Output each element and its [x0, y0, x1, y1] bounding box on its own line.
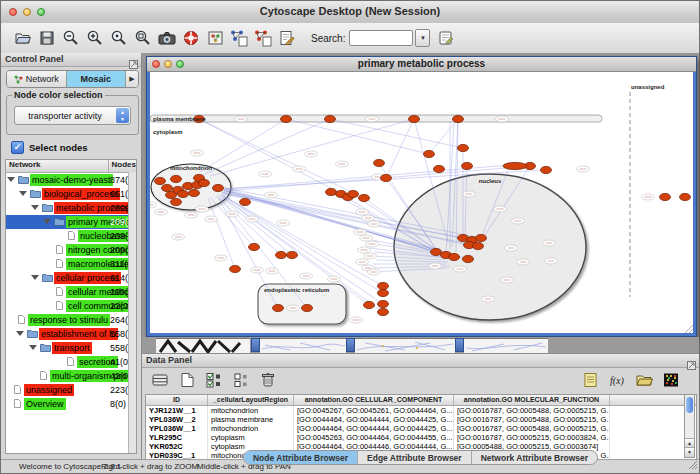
attribute-table-icon[interactable] [150, 370, 170, 390]
tree-column-nodes[interactable]: Nodes [109, 160, 136, 172]
graph-node[interactable] [178, 190, 189, 197]
background-window[interactable] [156, 338, 250, 353]
select-nodes-checkbox[interactable]: ✓ [11, 141, 24, 154]
tree-row[interactable]: mosaic-demo-yeast874(0) [6, 173, 136, 187]
table-cell[interactable]: YLR295C [146, 433, 208, 442]
zoom-out-icon[interactable] [61, 28, 81, 48]
table-cell[interactable]: mitochondrion [208, 406, 294, 415]
table-cell[interactable]: [GO:0045267, GO:0045261, GO:0044464, G..… [294, 406, 454, 415]
graph-node[interactable] [230, 265, 241, 272]
table-row[interactable]: YPL036W__2plasma membrane[GO:0044464, GO… [146, 415, 696, 424]
open-folder-icon[interactable] [13, 28, 33, 48]
graph-node[interactable] [171, 175, 182, 182]
tree-scrollbar[interactable] [128, 172, 136, 453]
graph-node[interactable] [462, 162, 473, 169]
graph-node[interactable] [378, 300, 389, 307]
tab-network[interactable]: Network [7, 71, 67, 87]
graph-node[interactable] [378, 289, 389, 296]
tree-row[interactable]: secretion41(0) [6, 355, 136, 369]
more-tabs-arrow-icon[interactable]: ▶ [126, 71, 138, 87]
graph-node[interactable] [374, 159, 385, 166]
matrix-icon[interactable] [661, 370, 681, 390]
graph-node[interactable] [359, 194, 370, 201]
disclosure-triangle-icon[interactable] [7, 177, 15, 182]
disclosure-triangle-icon[interactable] [31, 205, 39, 210]
tree-row[interactable]: transport558(0) [6, 341, 136, 355]
table-column-header[interactable]: ID [146, 395, 208, 405]
disclosure-triangle-icon[interactable] [19, 191, 27, 196]
graph-node[interactable] [378, 308, 389, 315]
tree-row[interactable]: Overview8(0) [6, 397, 136, 411]
import-folder-icon[interactable] [634, 370, 654, 390]
background-window[interactable] [355, 338, 455, 353]
graph-node[interactable] [364, 301, 375, 308]
table-cell[interactable]: [GO:0044464, GO:0044444, GO:0044425, G..… [294, 415, 454, 424]
tab-mosaic[interactable]: Mosaic [67, 71, 127, 87]
graph-node[interactable] [473, 242, 484, 249]
graph-node[interactable] [166, 191, 177, 198]
graph-node[interactable] [449, 253, 460, 260]
disclosure-triangle-icon[interactable] [29, 345, 37, 350]
graph-node[interactable] [276, 251, 287, 258]
help-ring-icon[interactable] [181, 28, 201, 48]
disclosure-triangle-icon[interactable] [31, 275, 39, 280]
graph-node[interactable] [348, 190, 359, 197]
table-cell[interactable]: [GO:0016787, GO:0005488, GO:0005215, G..… [454, 424, 610, 433]
camera-icon[interactable] [157, 28, 177, 48]
graph-node[interactable] [378, 282, 389, 289]
table-cell[interactable]: [GO:0016787, GO:0005488, GO:0005215, G..… [454, 415, 610, 424]
graph-node[interactable] [162, 184, 173, 191]
tree-row[interactable]: response to stimulu264(0) [6, 313, 136, 327]
table-column-header[interactable]: _cellularLayoutRegion [208, 395, 294, 405]
graph-node[interactable] [660, 193, 671, 200]
node-color-dropdown[interactable]: transporter activity ▲▼ [14, 106, 131, 125]
graph-node[interactable] [458, 144, 469, 151]
tree-row[interactable]: primary metabo209(... [6, 215, 136, 229]
unselect-attributes-icon[interactable] [231, 370, 251, 390]
graph-node[interactable] [249, 243, 260, 250]
graph-node[interactable] [326, 188, 337, 195]
zoom-in-icon[interactable] [85, 28, 105, 48]
tree-column-network[interactable]: Network [6, 160, 109, 172]
table-cell[interactable]: [GO:0016787, GO:0005488, GO:0005215, G..… [454, 406, 610, 415]
background-window-frame[interactable] [346, 338, 355, 352]
background-window[interactable] [260, 338, 346, 353]
disclosure-triangle-icon[interactable] [43, 219, 51, 224]
graph-node[interactable] [273, 304, 284, 311]
graph-node[interactable] [476, 234, 487, 241]
tree-row[interactable]: macromolecule311(0) [6, 257, 136, 271]
graph-node[interactable] [381, 174, 392, 181]
table-column-header[interactable]: annotation.GO CELLULAR_COMPONENT [294, 395, 454, 405]
table-row[interactable]: YJR121W__1mitochondrion[GO:0045267, GO:0… [146, 406, 696, 415]
tree-row[interactable]: cellular metabo209(0) [6, 285, 136, 299]
table-row[interactable]: YLR295Ccytoplasm[GO:0045263, GO:0044464,… [146, 433, 696, 442]
formula-icon[interactable]: f(x) [607, 370, 627, 390]
background-window[interactable] [464, 338, 548, 353]
graph-node[interactable] [453, 115, 464, 122]
tab-node-attribute-browser[interactable]: Node Attribute Browser [244, 451, 358, 464]
table-cell[interactable]: mitochondrion [208, 424, 294, 433]
tree-row[interactable]: biological_process651(0) [6, 187, 136, 201]
layout-red-icon[interactable] [253, 28, 273, 48]
graph-node[interactable] [541, 166, 552, 173]
scrollbar-thumb[interactable] [686, 397, 693, 413]
graph-node[interactable] [325, 115, 336, 122]
graph-node[interactable] [189, 189, 200, 196]
table-cell[interactable]: YPL036W__2 [146, 415, 208, 424]
notepad-icon[interactable] [580, 370, 600, 390]
graph-node[interactable] [155, 177, 166, 184]
network-canvas[interactable]: plasma membranecytoplasmmitochondrionnuc… [150, 72, 693, 333]
graph-node[interactable] [199, 179, 210, 186]
tab-network-attribute-browser[interactable]: Network Attribute Browser [472, 451, 597, 464]
graph-node[interactable] [424, 150, 435, 157]
tree-row[interactable]: cell communicat22(0) [6, 299, 136, 313]
graph-node[interactable] [680, 193, 691, 200]
search-dropdown-arrow-icon[interactable]: ▼ [415, 29, 430, 47]
save-icon[interactable] [37, 28, 57, 48]
table-row[interactable]: YPL036W__1mitochondrion[GO:0044464, GO:0… [146, 424, 696, 433]
graph-node[interactable] [302, 304, 313, 311]
network-window-title-bar[interactable]: primary metabolic process [147, 57, 696, 72]
search-input[interactable] [349, 30, 413, 46]
tree-row[interactable]: nitrogen compo209(0) [6, 243, 136, 257]
graph-node[interactable] [171, 198, 182, 205]
